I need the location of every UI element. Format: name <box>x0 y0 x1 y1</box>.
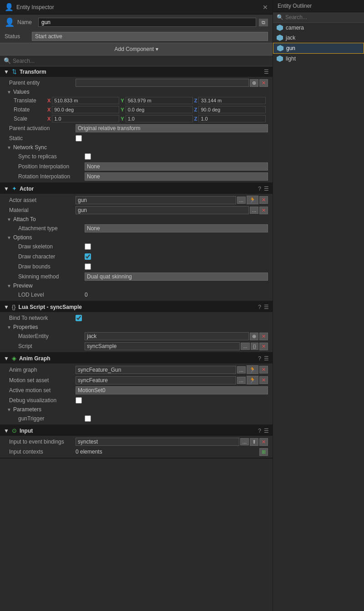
actor-section-header[interactable]: ▼ ✦ Actor ? ☰ <box>0 183 273 194</box>
script-clear-btn[interactable]: ✕ <box>259 343 268 350</box>
values-label: Values <box>13 89 30 95</box>
outliner-item-light[interactable]: light <box>273 54 364 64</box>
parameters-subheader[interactable]: ▼ Parameters <box>0 405 273 414</box>
parent-activation-select[interactable]: Original relative transform <box>76 124 268 132</box>
transform-section-header[interactable]: ▼ ⇅ Transform ☰ <box>0 66 273 77</box>
values-subheader[interactable]: ▼ Values <box>0 88 273 96</box>
skinning-method-select[interactable]: Dual quat skinning <box>85 273 268 281</box>
close-button[interactable]: ✕ <box>263 4 268 11</box>
preview-arrow: ▼ <box>7 283 11 288</box>
options-subheader[interactable]: ▼ Options <box>0 233 273 242</box>
anim-graph-browse-btn[interactable]: ... <box>237 366 246 374</box>
scale-y-input[interactable]: 1.0 <box>126 115 193 122</box>
outliner-item-jack[interactable]: jack <box>273 33 364 43</box>
input-bindings-upload-btn[interactable]: ⬆ <box>250 438 258 446</box>
input-menu-icon[interactable]: ☰ <box>264 428 269 434</box>
material-clear-btn[interactable]: ✕ <box>259 207 268 214</box>
anim-graph-clear-btn[interactable]: ✕ <box>259 366 268 374</box>
rotate-x-input[interactable]: 90.0 deg <box>52 106 119 113</box>
motion-set-browse-btn[interactable]: ... <box>237 377 246 384</box>
actor-asset-browse-btn[interactable]: ... <box>237 197 246 204</box>
actor-asset-label: Actor asset <box>9 197 73 203</box>
parent-entity-input[interactable] <box>76 79 249 87</box>
name-input[interactable]: gun <box>38 18 256 27</box>
attachment-type-label: Attachment type <box>18 225 82 232</box>
motion-set-asset-field: ... 🏃 ✕ <box>76 376 268 384</box>
motion-set-run-btn[interactable]: 🏃 <box>247 376 258 384</box>
script-row: Script ... {} ✕ <box>0 341 273 351</box>
debug-viz-checkbox[interactable] <box>76 397 82 404</box>
anim-graph-run-btn[interactable]: 🏃 <box>247 365 258 374</box>
anim-graph-section: ▼ ◈ Anim Graph ? ☰ Anim graph ... 🏃 ✕ <box>0 353 273 425</box>
input-contexts-add-btn[interactable]: ⊞ <box>259 448 268 456</box>
network-sync-subheader[interactable]: ▼ Network Sync <box>0 143 273 151</box>
master-entity-clear-btn[interactable]: ✕ <box>259 333 268 340</box>
script-input[interactable] <box>85 342 240 350</box>
translate-x-input[interactable]: 510.833 m <box>52 97 119 104</box>
scale-x-input[interactable]: 1.0 <box>52 115 119 122</box>
anim-graph-input[interactable] <box>76 366 236 374</box>
scale-z-input[interactable]: 1.0 <box>198 115 266 122</box>
attachment-type-select[interactable]: None <box>85 224 268 232</box>
script-browse-btn[interactable]: ... <box>241 343 249 350</box>
actor-asset-input[interactable] <box>76 196 236 204</box>
master-entity-target-btn[interactable]: ⊕ <box>250 333 258 340</box>
material-browse-btn[interactable]: ... <box>250 207 258 214</box>
input-help-icon[interactable]: ? <box>258 428 261 434</box>
status-select[interactable]: Start active <box>32 32 268 41</box>
actor-menu-icon[interactable]: ☰ <box>264 186 269 192</box>
component-search-input[interactable] <box>13 58 269 64</box>
attach-to-subheader[interactable]: ▼ Attach To <box>0 215 273 223</box>
input-icon: ⊙ <box>12 427 17 434</box>
lua-properties-subheader[interactable]: ▼ Properties <box>0 323 273 331</box>
actor-asset-clear-btn[interactable]: ✕ <box>259 196 268 204</box>
anim-graph-section-header[interactable]: ▼ ◈ Anim Graph ? ☰ <box>0 353 273 364</box>
anim-menu-icon[interactable]: ☰ <box>264 355 269 362</box>
position-interp-select[interactable]: None <box>85 162 268 171</box>
status-row: Status Start active <box>0 30 273 43</box>
bind-network-checkbox[interactable] <box>76 315 82 321</box>
motion-set-asset-input[interactable] <box>76 376 236 384</box>
scale-coords: X 1.0 Y 1.0 Z 1.0 <box>47 115 268 122</box>
anim-help-icon[interactable]: ? <box>258 355 261 362</box>
translate-y-input[interactable]: 563.979 m <box>126 97 193 104</box>
actor-asset-run-btn[interactable]: 🏃 <box>247 196 258 204</box>
lod-level-value: 0 <box>85 292 88 298</box>
outliner-item-gun[interactable]: gun <box>273 43 364 54</box>
draw-skeleton-checkbox[interactable] <box>85 243 91 250</box>
parent-entity-clear-btn[interactable]: ✕ <box>259 79 268 87</box>
static-checkbox[interactable] <box>76 135 82 141</box>
material-input[interactable] <box>76 206 249 214</box>
lua-help-icon[interactable]: ? <box>258 304 261 310</box>
parent-entity-target-btn[interactable]: ⊕ <box>250 79 258 87</box>
scale-y-label: Y <box>121 116 124 121</box>
add-component-button[interactable]: Add Component ▾ <box>0 43 273 56</box>
preview-subheader[interactable]: ▼ Preview <box>0 282 273 290</box>
input-bindings-browse-btn[interactable]: ... <box>240 438 249 445</box>
script-code-btn[interactable]: {} <box>251 343 258 350</box>
input-section-header[interactable]: ▼ ⊙ Input ? ☰ <box>0 425 273 436</box>
transform-menu-icon[interactable]: ☰ <box>264 69 269 75</box>
draw-character-checkbox[interactable] <box>85 253 91 260</box>
rotate-y-input[interactable]: 0.0 deg <box>126 106 193 113</box>
copy-id-button[interactable]: ⧉ <box>259 19 268 26</box>
sync-replicas-checkbox[interactable] <box>85 153 91 160</box>
active-motion-set-select[interactable]: MotionSet0 <box>76 386 268 394</box>
sync-replicas-label: Sync to replicas <box>18 153 82 160</box>
outliner-item-camera[interactable]: camera <box>273 23 364 33</box>
outliner-search-input[interactable] <box>285 14 360 20</box>
actor-help-icon[interactable]: ? <box>258 186 261 192</box>
transform-controls: ☰ <box>264 69 269 75</box>
motion-set-clear-btn[interactable]: ✕ <box>259 376 268 384</box>
rotate-z-input[interactable]: 90.0 deg <box>198 106 266 113</box>
lua-menu-icon[interactable]: ☰ <box>264 304 269 310</box>
gun-trigger-checkbox[interactable] <box>85 415 91 422</box>
lua-script-section-header[interactable]: ▼ {} Lua Script - syncSample ? ☰ <box>0 302 273 312</box>
draw-bounds-checkbox[interactable] <box>85 263 91 270</box>
rotation-interp-select[interactable]: None <box>85 172 268 181</box>
input-bindings-input[interactable] <box>76 438 239 446</box>
attachment-type-row: Attachment type None <box>0 223 273 233</box>
translate-z-input[interactable]: 33.144 m <box>198 97 266 104</box>
master-entity-input[interactable] <box>85 332 249 340</box>
input-bindings-clear-btn[interactable]: ✕ <box>259 438 268 446</box>
